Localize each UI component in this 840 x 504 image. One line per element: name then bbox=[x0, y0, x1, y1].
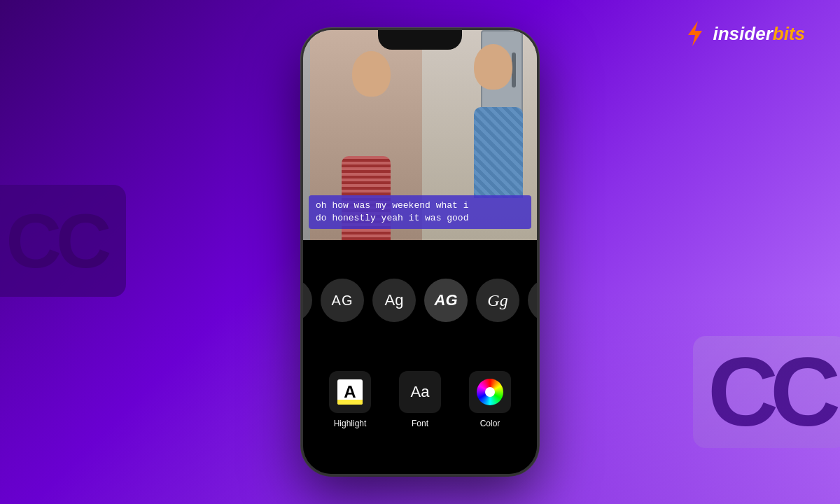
insiderbits-logo: insiderbits bbox=[682, 20, 805, 48]
font-btn-serif-label: Ag bbox=[301, 291, 302, 309]
color-icon bbox=[469, 371, 511, 413]
font-btn-serif[interactable]: Ag bbox=[301, 279, 312, 322]
font-btn-bold-italic-label: AG bbox=[435, 293, 458, 308]
font-btn-caps[interactable]: AG bbox=[321, 279, 364, 322]
highlight-letter: A bbox=[344, 382, 356, 402]
font-btn-sans-label: Ag bbox=[385, 293, 404, 308]
font-btn-bold-italic[interactable]: AG bbox=[424, 279, 468, 322]
toolbar-options: A Highlight Aa Font Color bbox=[329, 371, 511, 428]
font-icon-label: Aa bbox=[411, 383, 430, 401]
video-scene: oh how was my weekend what i do honestly… bbox=[303, 30, 537, 240]
color-option[interactable]: Color bbox=[469, 371, 511, 428]
phone-notch bbox=[378, 30, 462, 50]
subtitle-text: oh how was my weekend what i do honestly… bbox=[316, 200, 524, 225]
phone-side-button bbox=[301, 142, 302, 177]
logo-bits: bits bbox=[773, 23, 805, 44]
lower-controls: Ag AG Ag AG Gg Ag bbox=[303, 240, 537, 474]
highlight-bar bbox=[337, 400, 363, 405]
person-right-shirt bbox=[474, 107, 523, 198]
font-btn-cursive-label: Gg bbox=[487, 292, 507, 309]
logo-label: insiderbits bbox=[713, 23, 805, 45]
highlight-option[interactable]: A Highlight bbox=[329, 371, 371, 428]
lightning-icon bbox=[682, 20, 708, 48]
color-label: Color bbox=[480, 419, 500, 428]
video-player[interactable]: oh how was my weekend what i do honestly… bbox=[303, 30, 537, 240]
person-left-head bbox=[352, 51, 391, 97]
person-right-head bbox=[474, 44, 512, 90]
highlight-label: Highlight bbox=[334, 419, 367, 428]
svg-marker-0 bbox=[688, 21, 702, 46]
bg-cc-right-text: CC bbox=[708, 343, 832, 441]
bg-cc-left-text: CC bbox=[6, 202, 106, 279]
font-btn-outline[interactable]: Ag bbox=[528, 279, 539, 322]
font-style-row: Ag AG Ag AG Gg Ag bbox=[301, 279, 539, 322]
font-btn-sans[interactable]: Ag bbox=[372, 279, 416, 322]
font-btn-caps-label: AG bbox=[332, 293, 354, 307]
phone: oh how was my weekend what i do honestly… bbox=[301, 28, 539, 476]
font-label: Font bbox=[412, 419, 428, 428]
highlight-icon: A bbox=[329, 371, 371, 413]
highlight-icon-inner: A bbox=[337, 379, 363, 405]
bg-cc-right: CC bbox=[693, 336, 840, 448]
font-btn-cursive[interactable]: Gg bbox=[476, 279, 519, 322]
font-option[interactable]: Aa Font bbox=[399, 371, 441, 428]
bg-cc-left: CC bbox=[0, 185, 126, 297]
font-icon: Aa bbox=[399, 371, 441, 413]
subtitle-bar: oh how was my weekend what i do honestly… bbox=[309, 195, 531, 229]
color-wheel bbox=[477, 379, 503, 405]
